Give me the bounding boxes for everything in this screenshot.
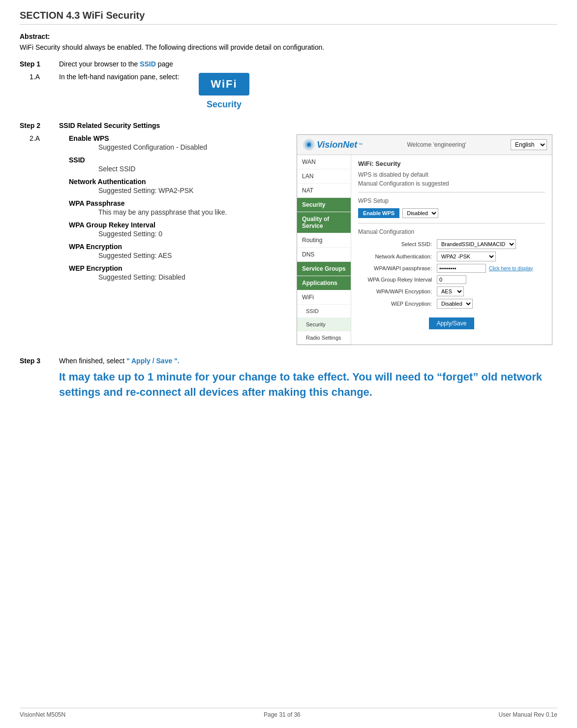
net-auth-block: Network Authentication Suggested Setting… bbox=[69, 178, 282, 194]
sidebar-item-routing[interactable]: Routing bbox=[297, 233, 351, 248]
sidebar-item-nat[interactable]: NAT bbox=[297, 184, 351, 198]
wps-disabled-text: WPS is disabled by default bbox=[358, 171, 545, 178]
wpa-pass-row: WPA/WAPI passphrase: Click here to displ… bbox=[358, 264, 545, 273]
logo-icon bbox=[302, 138, 316, 152]
section-title: SECTION 4.3 WiFi Security bbox=[20, 10, 557, 25]
sidebar-item-ssid[interactable]: SSID bbox=[297, 305, 351, 318]
step2a-left: Enable WPS Suggested Configuration - Dis… bbox=[69, 134, 282, 345]
sidebar-item-dns[interactable]: DNS bbox=[297, 248, 351, 262]
router-page-title: WiFi: Security bbox=[358, 160, 545, 167]
apply-save-area: Apply/Save bbox=[358, 313, 545, 329]
step1-page: page bbox=[158, 60, 173, 68]
wifi-icon-box: WiFi bbox=[199, 73, 249, 95]
sidebar-item-security-sub[interactable]: Security bbox=[297, 318, 351, 331]
wpa-enc-suggested: Suggested Setting: AES bbox=[98, 252, 282, 259]
wpa-enc-title: WPA Encryption bbox=[69, 243, 282, 251]
footer-right: User Manual Rev 0.1e bbox=[499, 711, 557, 718]
wpa-pass-title: WPA Passphrase bbox=[69, 199, 282, 207]
logo-text: VisionNet bbox=[317, 140, 357, 150]
wifi-security-label: Security bbox=[207, 99, 242, 110]
step1-row: Step 1 Direct your browser to the SSID p… bbox=[20, 60, 557, 68]
select-ssid-row: Select SSID: BrandedSSID_LANMACID bbox=[358, 239, 545, 249]
wps-block: Enable WPS Suggested Configuration - Dis… bbox=[69, 134, 282, 151]
wpa-enc-row: WPA/WAPI Encryption: AES TKIP bbox=[358, 286, 545, 296]
wpa-enc-block: WPA Encryption Suggested Setting: AES bbox=[69, 243, 282, 259]
welcome-text: Welcome 'engineering' bbox=[407, 141, 466, 148]
visionnet-logo: VisionNet ™ bbox=[302, 138, 363, 152]
step2a-label: 2.A bbox=[30, 134, 59, 345]
ssid-block: SSID Select SSID bbox=[69, 156, 282, 173]
click-here-link[interactable]: Click here to display bbox=[489, 266, 533, 271]
router-panel-area: VisionNet ™ Welcome 'engineering' Englis… bbox=[292, 134, 557, 345]
wps-setup-label: WPS Setup bbox=[358, 197, 545, 204]
sidebar-item-security[interactable]: Security bbox=[297, 198, 351, 212]
step3-text-prefix: When finished, select bbox=[59, 357, 124, 365]
step1a-row: 1.A In the left-hand navigation pane, se… bbox=[30, 73, 557, 110]
router-main-content: WiFi: Security WPS is disabled by defaul… bbox=[351, 155, 552, 345]
wps-value-select[interactable]: Disabled Enabled bbox=[402, 208, 438, 218]
step1a-text: In the left-hand navigation pane, select… bbox=[59, 73, 179, 81]
wpa-rekey-block: WPA Group Rekey Interval Suggested Setti… bbox=[69, 221, 282, 238]
select-ssid-select[interactable]: BrandedSSID_LANMACID bbox=[437, 239, 516, 249]
step2a-row: 2.A Enable WPS Suggested Configuration -… bbox=[30, 134, 557, 345]
logo-tm: ™ bbox=[358, 142, 363, 147]
wep-enc-title: WEP Encryption bbox=[69, 264, 282, 272]
manual-config-label: Manual Configuration bbox=[358, 228, 545, 235]
wep-enc-select[interactable]: Disabled Enabled bbox=[437, 299, 473, 309]
wep-enc-block: WEP Encryption Suggested Setting: Disabl… bbox=[69, 264, 282, 281]
step2-label: Step 2 bbox=[20, 122, 59, 129]
net-auth-select[interactable]: WPA2 -PSK bbox=[437, 252, 496, 261]
step1a-label: 1.A bbox=[30, 73, 59, 110]
apply-save-button[interactable]: Apply/Save bbox=[429, 317, 475, 329]
impact-text: It may take up to 1 minute for your chan… bbox=[59, 370, 557, 400]
wpa-pass-label: WPA/WAPI passphrase: bbox=[358, 265, 437, 271]
wpa-rekey-suggested: Suggested Setting: 0 bbox=[98, 230, 282, 238]
svg-point-2 bbox=[307, 143, 311, 147]
enable-wps-row: Enable WPS Disabled Enabled bbox=[358, 208, 545, 218]
wps-title: Enable WPS bbox=[69, 134, 282, 142]
step2-row: Step 2 SSID Related Security Settings bbox=[20, 122, 557, 129]
abstract-text: WiFi Security should always be enabled. … bbox=[20, 43, 557, 51]
sidebar-item-radio-settings[interactable]: Radio Settings bbox=[297, 331, 351, 345]
step1-label: Step 1 bbox=[20, 60, 59, 68]
sidebar-item-qos[interactable]: Quality of Service bbox=[297, 212, 351, 233]
step1-title: Direct your browser to the bbox=[59, 60, 138, 68]
step2-content: SSID Related Security Settings bbox=[59, 122, 557, 129]
sidebar-item-wan[interactable]: WAN bbox=[297, 155, 351, 169]
wifi-icon-area: WiFi Security bbox=[199, 73, 249, 110]
wpa-rekey-row: WPA Group Rekey Interval bbox=[358, 275, 545, 284]
wpa-pass-input[interactable] bbox=[437, 264, 486, 273]
wep-enc-row: WEP Encryption: Disabled Enabled bbox=[358, 299, 545, 309]
ssid-suggested: Select SSID bbox=[98, 165, 282, 173]
net-auth-title: Network Authentication bbox=[69, 178, 282, 186]
sidebar-item-service-groups[interactable]: Service Groups bbox=[297, 262, 351, 276]
sidebar-item-wifi[interactable]: WiFi bbox=[297, 290, 351, 305]
step3-link: " Apply / Save ". bbox=[126, 357, 180, 365]
wep-enc-label: WEP Encryption: bbox=[358, 301, 437, 307]
wpa-rekey-input[interactable] bbox=[437, 275, 466, 284]
wpa-pass-block: WPA Passphrase This may be any passphras… bbox=[69, 199, 282, 216]
step3-label: Step 3 bbox=[20, 357, 59, 400]
router-panel: VisionNet ™ Welcome 'engineering' Englis… bbox=[297, 134, 552, 345]
footer-bar: VisionNet M505N Page 31 of 36 User Manua… bbox=[20, 708, 557, 718]
wpa-rekey-title: WPA Group Rekey Interval bbox=[69, 221, 282, 229]
sidebar-item-applications[interactable]: Applications bbox=[297, 276, 351, 290]
manual-config-text: Manual Configuration is suggested bbox=[358, 180, 545, 187]
wpa-rekey-label: WPA Group Rekey Interval bbox=[358, 277, 437, 283]
abstract-label: Abstract: bbox=[20, 32, 557, 40]
select-ssid-label: Select SSID: bbox=[358, 241, 437, 247]
wpa-enc-select[interactable]: AES TKIP bbox=[437, 286, 464, 296]
divider1 bbox=[358, 192, 545, 192]
net-auth-row: Network Authentication: WPA2 -PSK bbox=[358, 252, 545, 261]
step1-content: Direct your browser to the SSID page bbox=[59, 60, 557, 68]
language-select[interactable]: English French Spanish bbox=[511, 139, 547, 150]
ssid-title: SSID bbox=[69, 156, 282, 164]
wpa-pass-suggested: This may be any passphrase that you like… bbox=[98, 208, 282, 216]
wpa-enc-label: WPA/WAPI Encryption: bbox=[358, 288, 437, 294]
router-sidebar: WAN LAN NAT Security Quality of Service … bbox=[297, 155, 351, 345]
net-auth-label: Network Authentication: bbox=[358, 253, 437, 259]
enable-wps-button[interactable]: Enable WPS bbox=[358, 208, 399, 218]
step3-content: When finished, select " Apply / Save ". … bbox=[59, 357, 557, 400]
step2-title: SSID Related Security Settings bbox=[59, 122, 160, 129]
sidebar-item-lan[interactable]: LAN bbox=[297, 169, 351, 184]
